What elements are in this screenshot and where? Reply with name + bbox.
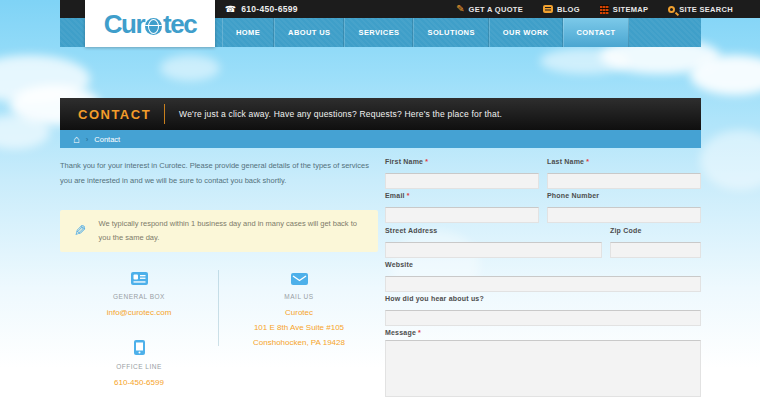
id-card-icon: [131, 271, 148, 289]
street-address-input[interactable]: [385, 242, 602, 258]
field-zip-code: Zip Code: [610, 227, 701, 258]
quick-link-label: SITE SEARCH: [679, 5, 733, 14]
cloud-decoration: [160, 55, 220, 81]
message-textarea[interactable]: [385, 340, 701, 397]
phone-icon: ☎: [225, 5, 236, 14]
get-a-quote-link[interactable]: ✎ GET A QUOTE: [456, 4, 523, 14]
last-name-input[interactable]: [547, 173, 701, 189]
phone-number-input[interactable]: [547, 207, 701, 223]
field-label: Message*: [385, 329, 701, 336]
field-phone-number: Phone Number: [547, 192, 701, 223]
quick-link-label: BLOG: [557, 5, 580, 14]
nav-items: HOME ABOUT US SERVICES SOLUTIONS OUR WOR…: [222, 18, 629, 47]
field-website: Website: [385, 261, 701, 292]
page-title-banner: CONTACT We're just a click away. Have an…: [60, 98, 701, 130]
field-label: Zip Code: [610, 227, 701, 234]
field-last-name: Last Name*: [547, 158, 701, 189]
office-line-card: OFFICE LINE 610-450-6599: [60, 340, 218, 390]
quick-link-label: SITEMAP: [613, 5, 648, 14]
home-icon[interactable]: ⌂: [73, 134, 80, 145]
logo[interactable]: Curtec: [85, 0, 215, 47]
mobile-phone-icon: [134, 340, 145, 359]
mail-us-card: MAIL US Curotec 101 E 8th Ave Suite #105…: [220, 271, 378, 350]
required-asterisk: *: [425, 158, 428, 165]
pencil-note-icon: ✎: [74, 222, 87, 240]
globe-icon: [145, 18, 162, 35]
sitemap-link[interactable]: SITEMAP: [600, 5, 648, 14]
field-label: Website: [385, 261, 701, 268]
office-line-label: OFFICE LINE: [60, 363, 218, 370]
breadcrumb-separator: ›: [86, 135, 89, 144]
blog-link[interactable]: BLOG: [543, 5, 580, 14]
info-column-divider: [218, 270, 219, 346]
address-line[interactable]: 101 E 8th Ave Suite #105: [220, 320, 378, 335]
general-box-card: GENERAL BOX info@curotec.com: [60, 271, 218, 320]
email-input[interactable]: [385, 207, 539, 223]
required-asterisk: *: [407, 192, 410, 199]
nav-item-solutions[interactable]: SOLUTIONS: [413, 18, 488, 47]
banner-divider: [164, 104, 165, 124]
first-name-input[interactable]: [385, 173, 539, 189]
grid-icon: [600, 5, 609, 14]
field-how-did-you-hear: How did you hear about us?: [385, 295, 701, 326]
email-link[interactable]: info@curotec.com: [60, 305, 218, 320]
quick-links: ✎ GET A QUOTE BLOG SITEMAP SITE SEARCH: [456, 4, 733, 14]
pencil-icon: ✎: [456, 4, 464, 14]
field-label: How did you hear about us?: [385, 295, 701, 302]
breadcrumb-current: Contact: [94, 135, 120, 144]
page-subtitle: We're just a click away. Have any questi…: [179, 109, 502, 119]
nav-item-services[interactable]: SERVICES: [344, 18, 413, 47]
envelope-icon: [291, 271, 308, 289]
required-asterisk: *: [418, 329, 421, 336]
field-label: Phone Number: [547, 192, 701, 199]
how-did-you-hear-input[interactable]: [385, 310, 701, 326]
notice-text: We typically respond within 1 business d…: [99, 217, 369, 245]
nav-item-our-work[interactable]: OUR WORK: [489, 18, 563, 47]
field-message: Message*: [385, 329, 701, 400]
breadcrumb: ⌂ › Contact: [60, 130, 701, 148]
field-first-name: First Name*: [385, 158, 539, 189]
address-line[interactable]: Curotec: [220, 305, 378, 320]
intro-text: Thank you for your interest in Curotec. …: [60, 158, 382, 188]
field-label: Street Address: [385, 227, 602, 234]
speech-bubble-icon: [543, 5, 553, 13]
nav-item-home[interactable]: HOME: [222, 18, 274, 47]
logo-text: Curtec: [104, 11, 196, 37]
nav-item-about-us[interactable]: ABOUT US: [274, 18, 344, 47]
site-search-link[interactable]: SITE SEARCH: [668, 5, 733, 14]
phone-link[interactable]: 610-450-6599: [60, 375, 218, 390]
quick-link-label: GET A QUOTE: [469, 5, 523, 14]
page: ☎ 610-450-6599 ✎ GET A QUOTE BLOG SITEMA…: [0, 0, 760, 400]
field-label: First Name*: [385, 158, 539, 165]
address-line[interactable]: Conshohocken, PA 19428: [220, 335, 378, 350]
field-label: Last Name*: [547, 158, 701, 165]
nav-item-contact[interactable]: CONTACT: [563, 18, 630, 47]
required-asterisk: *: [586, 158, 589, 165]
field-street-address: Street Address: [385, 227, 602, 258]
cloud-decoration: [690, 55, 760, 95]
general-box-label: GENERAL BOX: [60, 293, 218, 300]
response-notice: ✎ We typically respond within 1 business…: [60, 210, 378, 252]
website-input[interactable]: [385, 276, 701, 292]
search-icon: [668, 6, 675, 13]
header-phone-number: 610-450-6599: [241, 4, 298, 14]
zip-code-input[interactable]: [610, 242, 701, 258]
header-phone[interactable]: ☎ 610-450-6599: [225, 4, 298, 14]
cloud-decoration: [700, 130, 760, 190]
mail-us-label: MAIL US: [220, 293, 378, 300]
cloud-decoration: [540, 48, 630, 74]
page-title: CONTACT: [78, 107, 151, 122]
field-email: Email*: [385, 192, 539, 223]
field-label: Email*: [385, 192, 539, 199]
